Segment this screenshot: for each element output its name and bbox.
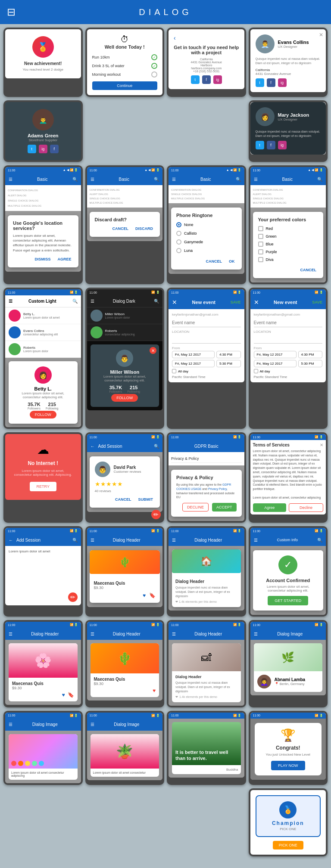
dh1-bookmark-icon[interactable]: 🔖 xyxy=(149,592,156,598)
hamburger-icon-3[interactable]: ☰ xyxy=(172,177,176,182)
get-started-button[interactable]: GET STARTED xyxy=(268,596,308,605)
continue-button[interactable]: Continue xyxy=(92,81,158,90)
ringtone-ganymede[interactable]: Ganymede xyxy=(176,238,237,246)
event2-save-button[interactable]: SAVE xyxy=(312,300,322,304)
dis-menu-icon[interactable]: ☰ xyxy=(254,632,258,636)
terms-agree-button[interactable]: Agree xyxy=(253,503,287,512)
color-blue[interactable]: Blue xyxy=(258,240,319,248)
ci-search-icon[interactable]: 🔍 xyxy=(317,538,322,542)
dhp-like-icon[interactable]: ♥ xyxy=(62,692,65,698)
event2-name-input[interactable] xyxy=(254,319,323,327)
search-icon[interactable]: 🔍 xyxy=(72,177,78,182)
adams-ig[interactable]: ig xyxy=(39,145,47,153)
discard-cancel-button[interactable]: CANCEL xyxy=(110,226,130,232)
color-red[interactable]: Red xyxy=(258,225,319,232)
as-search-icon[interactable]: 🔍 xyxy=(72,538,78,542)
adams-fb[interactable]: f xyxy=(50,145,59,153)
ringtone-luna[interactable]: Luna xyxy=(176,246,237,255)
instagram-icon[interactable]: ig xyxy=(213,75,222,84)
evans-twitter[interactable]: t xyxy=(256,78,264,87)
mary-ig[interactable]: ig xyxy=(278,141,287,149)
dh1-like-icon[interactable]: ♥ xyxy=(143,592,146,598)
play-now-button[interactable]: PLAY NOW xyxy=(271,761,305,770)
mary-twitter[interactable]: t xyxy=(256,141,264,149)
color-purple[interactable]: Purple xyxy=(258,248,319,256)
dhc-menu-icon[interactable]: ☰ xyxy=(91,632,94,636)
to2-date[interactable]: Fri, May 12 2017 xyxy=(254,360,297,367)
dip-menu-icon[interactable]: ☰ xyxy=(91,722,94,727)
as-back-icon[interactable]: ← xyxy=(9,538,13,542)
dh1-menu-icon[interactable]: ☰ xyxy=(91,538,94,542)
location-input[interactable] xyxy=(172,335,241,344)
event-name-input[interactable] xyxy=(172,319,241,327)
from2-date[interactable]: Fri, May 12 2017 xyxy=(254,351,297,358)
dd-search-icon[interactable]: 🔍 xyxy=(154,299,159,304)
evans-fb[interactable]: f xyxy=(267,78,275,87)
dismiss-button[interactable]: DISMISS xyxy=(33,256,52,262)
miller-close-icon[interactable]: ✕ xyxy=(150,347,156,354)
to2-time[interactable]: 5:30 PM xyxy=(298,360,323,367)
list-item-roberts[interactable]: RobertsLorem ipsum dolor xyxy=(5,341,81,358)
terms-close-icon[interactable]: ✕ xyxy=(320,443,323,447)
adams-twitter[interactable]: t xyxy=(28,145,36,153)
betty-follow-button[interactable]: FOLLOW xyxy=(30,411,56,418)
back-button[interactable]: ‹ xyxy=(174,34,239,41)
menu-icon[interactable]: ⊟ xyxy=(7,6,16,18)
dhp-bookmark-icon[interactable]: 🔖 xyxy=(68,692,74,698)
dhc-heart-icon[interactable]: ♥ xyxy=(153,688,156,694)
ci-menu-icon[interactable]: ☰ xyxy=(254,538,258,542)
list-item-betty[interactable]: Betty L.Lorem ipsum dolor sit amet xyxy=(5,307,81,324)
all-day2-checkbox[interactable]: All day xyxy=(254,369,323,373)
event2-close-icon[interactable]: ✕ xyxy=(254,299,259,306)
from-time[interactable]: 4:30 PM xyxy=(216,351,241,358)
colors-cancel[interactable]: CANCEL xyxy=(299,267,319,273)
color-diva[interactable]: Diva xyxy=(258,256,319,264)
mary-fb[interactable]: f xyxy=(267,141,275,149)
evans-ig[interactable]: ig xyxy=(278,78,287,87)
search-icon-4[interactable]: 🔍 xyxy=(317,177,322,182)
rev-search-icon[interactable]: 🔍 xyxy=(154,444,159,449)
to-time[interactable]: 5:30 PM xyxy=(216,360,241,367)
ringtone-callisto[interactable]: Callisto xyxy=(176,229,237,238)
hamburger-icon[interactable]: ☰ xyxy=(9,177,12,182)
ringtone-cancel[interactable]: CANCEL xyxy=(204,258,224,264)
dhr-menu-icon[interactable]: ☰ xyxy=(172,632,176,636)
dih-menu-icon[interactable]: ☰ xyxy=(9,722,12,727)
star-rating[interactable]: ★★★★★ xyxy=(95,480,155,487)
cl-menu-icon[interactable]: ☰ xyxy=(9,299,12,304)
hamburger-icon-4[interactable]: ☰ xyxy=(254,177,258,182)
dd-list-roberts[interactable]: Robertsconsectetur adipiscing xyxy=(87,324,163,341)
dhp-menu-icon[interactable]: ☰ xyxy=(9,632,12,636)
twitter-icon[interactable]: t xyxy=(191,75,200,84)
dd-list-miller[interactable]: Miller WilsonLorem ipsum dolor xyxy=(87,307,163,324)
fab-icon[interactable]: ✏ xyxy=(151,510,161,512)
gdpr-accept-button[interactable]: ACCEPT xyxy=(212,503,237,512)
search-icon-2[interactable]: 🔍 xyxy=(154,177,159,182)
all-day-checkbox[interactable]: All day xyxy=(172,369,241,373)
cl-search-icon[interactable]: 🔍 xyxy=(72,299,78,304)
hamburger-icon-2[interactable]: ☰ xyxy=(91,177,94,182)
facebook-icon[interactable]: f xyxy=(202,75,211,84)
rev-back-icon[interactable]: ← xyxy=(91,444,95,449)
as-fab[interactable]: ✏ xyxy=(68,592,78,602)
review-submit-button[interactable]: SUBMIT xyxy=(137,496,155,502)
gdpr-decline-button[interactable]: DECLINE xyxy=(182,503,209,512)
agree-button[interactable]: AGREE xyxy=(56,256,73,262)
event-close-icon[interactable]: ✕ xyxy=(172,299,177,306)
close-icon[interactable]: ✕ xyxy=(319,32,323,38)
location2-input[interactable] xyxy=(254,335,323,344)
dd-menu-icon[interactable]: ☰ xyxy=(91,299,94,304)
ringtone-none[interactable]: None xyxy=(176,220,237,229)
dh2-menu-icon[interactable]: ☰ xyxy=(172,538,176,542)
from2-time[interactable]: 4:30 PM xyxy=(298,351,323,358)
review-cancel-button[interactable]: CANCEL xyxy=(113,496,133,502)
retry-button[interactable]: RETRY xyxy=(30,482,56,491)
ringtone-ok[interactable]: OK xyxy=(227,258,237,264)
gdpr-privacy-item[interactable]: Privacy & Policy xyxy=(171,455,242,463)
discard-button[interactable]: DISCARD xyxy=(134,226,155,232)
terms-decline-button[interactable]: Decline xyxy=(289,503,323,512)
to-date[interactable]: Fri, May 12 2017 xyxy=(172,360,215,367)
pick-one-button[interactable]: PICK ONE xyxy=(273,841,303,849)
list-item-evans[interactable]: Evans Collinsconsectetur adipiscing elit xyxy=(5,324,81,341)
from-date[interactable]: Fri, May 12 2017 xyxy=(172,351,215,358)
